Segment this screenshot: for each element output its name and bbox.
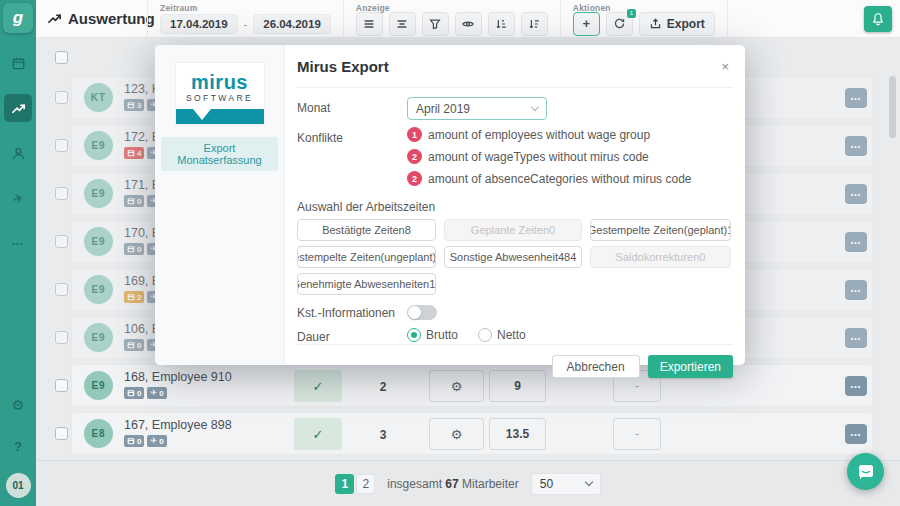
- add-button[interactable]: +: [573, 12, 600, 36]
- arbeitszeit-button[interactable]: Gestempelte Zeiten(ungeplant)17: [297, 246, 436, 268]
- avatar: E9: [84, 323, 113, 352]
- radio-unselected-icon: [478, 328, 492, 342]
- page-button-1[interactable]: 1: [335, 474, 354, 494]
- app-logo-glyph: g: [13, 8, 23, 28]
- trending-up-icon: [47, 11, 62, 26]
- close-icon[interactable]: ×: [717, 57, 733, 76]
- refresh-icon: [613, 17, 626, 30]
- page-button-2[interactable]: 2: [356, 474, 375, 494]
- vertical-scrollbar[interactable]: [889, 76, 896, 138]
- export-submit-button[interactable]: Exportieren: [648, 355, 733, 378]
- refresh-button[interactable]: 1: [606, 12, 633, 36]
- date-from-input[interactable]: 17.04.2019: [160, 14, 238, 34]
- radio-netto[interactable]: Netto: [478, 328, 526, 342]
- calendar-icon: [127, 197, 135, 205]
- calendar-badge: 0: [124, 243, 144, 255]
- konflikte-list: 1 amount of employees without wage group…: [407, 127, 691, 193]
- total-count: 67: [445, 477, 458, 491]
- row-more-button[interactable]: •••: [845, 376, 867, 396]
- month-select[interactable]: April 2019: [407, 97, 547, 120]
- date-to-input[interactable]: 26.04.2019: [253, 14, 331, 34]
- avatar: E8: [84, 419, 113, 448]
- more-dots-icon: •••: [12, 239, 23, 248]
- row-checkbox[interactable]: [55, 139, 68, 152]
- calendar-icon: [11, 56, 26, 71]
- arbeitszeit-button[interactable]: Bestätigte Zeiten8: [297, 219, 436, 241]
- modal-nav-export-monatserfassung[interactable]: Export Monatserfassung: [161, 137, 278, 171]
- mirus-export-modal: mirus SOFTWARE Export Monatserfassung Mi…: [155, 45, 745, 365]
- radio-selected-icon: [407, 328, 421, 342]
- row-checkbox[interactable]: [55, 283, 68, 296]
- list-view-button[interactable]: [356, 12, 383, 36]
- arbeitszeit-button[interactable]: Saldokorrekturen0: [590, 246, 731, 268]
- sort-desc-button[interactable]: [521, 12, 548, 36]
- calendar-badge: 3: [124, 99, 144, 111]
- row-checkbox[interactable]: [55, 91, 68, 104]
- row-checkbox[interactable]: [55, 187, 68, 200]
- employee-card: E8 167, Employee 898 0 ✈0 ✓ 3 ⚙ 13.5 - •…: [71, 412, 873, 455]
- sidebar-item-absences[interactable]: ✈: [4, 184, 32, 212]
- hours-value[interactable]: 13.5: [489, 418, 546, 450]
- row-more-button[interactable]: •••: [845, 424, 867, 444]
- user-avatar[interactable]: 01: [6, 473, 31, 498]
- pagination: 1 2: [335, 474, 375, 494]
- calendar-icon: [127, 389, 135, 397]
- page-size-select[interactable]: 50: [531, 473, 601, 495]
- kst-label: Kst.-Informationen: [297, 302, 407, 320]
- page-title-text: Auswertung: [68, 10, 155, 27]
- row-more-button[interactable]: •••: [845, 184, 867, 204]
- arbeitszeit-button[interactable]: Geplante Zeiten0: [444, 219, 582, 241]
- avatar: E9: [84, 227, 113, 256]
- select-all-checkbox[interactable]: [55, 51, 68, 64]
- arbeitszeit-button[interactable]: Gestempelte Zeiten(geplant)1: [590, 219, 731, 241]
- app-logo[interactable]: g: [3, 3, 33, 33]
- chevron-down-icon: [531, 103, 539, 111]
- sidebar-item-settings[interactable]: ⚙: [4, 391, 32, 419]
- konflikt-text: amount of wageTypes without mirus code: [428, 150, 649, 164]
- main-sidebar: g ✈ ••• ⚙ ? 01: [0, 0, 36, 506]
- arbeitszeit-button[interactable]: Sonstige Abwesenheit484: [444, 246, 582, 268]
- dash-value[interactable]: -: [613, 418, 661, 450]
- sidebar-item-more[interactable]: •••: [4, 229, 32, 257]
- konflikte-label: Konflikte: [297, 127, 407, 145]
- sidebar-item-employees[interactable]: [4, 139, 32, 167]
- anzeige-group: Anzeige: [343, 0, 560, 37]
- calendar-badge: 0: [124, 339, 144, 351]
- row-more-button[interactable]: •••: [845, 88, 867, 108]
- row-more-button[interactable]: •••: [845, 280, 867, 300]
- row-checkbox[interactable]: [55, 427, 68, 440]
- mirus-logo-text: mirus: [176, 72, 264, 92]
- employee-info: 168, Employee 910 0 ✈0: [124, 370, 244, 399]
- month-select-value: April 2019: [416, 102, 470, 116]
- row-checkbox[interactable]: [55, 331, 68, 344]
- total-prefix: insgesamt: [387, 477, 442, 491]
- list-icon: [362, 17, 376, 31]
- settings-button[interactable]: ⚙: [429, 418, 484, 450]
- row-more-button[interactable]: •••: [845, 328, 867, 348]
- support-chat-button[interactable]: [847, 453, 884, 490]
- arbeitszeit-button[interactable]: Genehmigte Abwesenheiten10: [297, 273, 436, 295]
- filter-button[interactable]: [422, 12, 449, 36]
- radio-brutto[interactable]: Brutto: [407, 328, 458, 342]
- gear-icon: ⚙: [12, 397, 25, 413]
- sidebar-item-auswertung[interactable]: [4, 94, 32, 122]
- compact-view-button[interactable]: [389, 12, 416, 36]
- sidebar-item-calendar[interactable]: [4, 49, 32, 77]
- app-window: g ✈ ••• ⚙ ? 01: [0, 0, 900, 506]
- row-more-button[interactable]: •••: [845, 232, 867, 252]
- calendar-icon: [127, 149, 135, 157]
- sidebar-item-help[interactable]: ?: [4, 432, 32, 460]
- aktionen-group: Aktionen + 1 Export: [560, 0, 728, 37]
- row-more-button[interactable]: •••: [845, 136, 867, 156]
- sort-desc-icon: [527, 17, 541, 31]
- cancel-button[interactable]: Abbrechen: [552, 355, 640, 378]
- export-button[interactable]: Export: [639, 12, 715, 36]
- row-checkbox[interactable]: [55, 379, 68, 392]
- kst-toggle[interactable]: [407, 305, 437, 320]
- konflikt-count-badge: 1: [407, 127, 422, 142]
- chat-bubble-icon: [856, 462, 876, 482]
- notifications-button[interactable]: [864, 6, 892, 32]
- visibility-button[interactable]: [455, 12, 482, 36]
- sort-asc-button[interactable]: [488, 12, 515, 36]
- row-checkbox[interactable]: [55, 235, 68, 248]
